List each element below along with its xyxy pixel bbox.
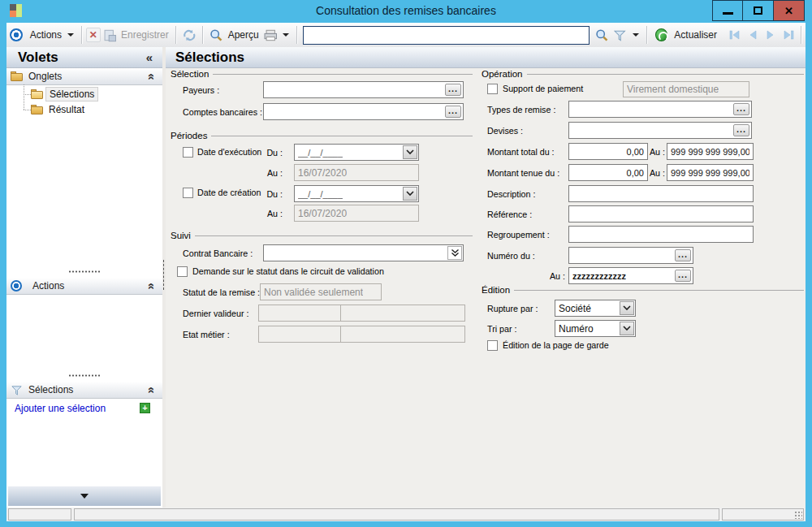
nav-prev-icon[interactable]	[747, 29, 758, 41]
preview-icon[interactable]	[209, 28, 223, 42]
status-cell-1	[8, 508, 71, 521]
section-actions[interactable]: Actions «	[6, 278, 162, 295]
types-remise-label: Types de remise :	[487, 101, 555, 118]
chevron-down-icon[interactable]	[620, 322, 634, 335]
section-selections[interactable]: Sélections «	[6, 382, 162, 399]
regroupement-input[interactable]	[568, 226, 754, 243]
demande-statut-label: Demande sur le statut dans le circuit de…	[192, 266, 384, 277]
chevron-down-icon[interactable]	[403, 145, 417, 159]
collapse-onglets-icon[interactable]: «	[145, 73, 158, 80]
group-operation: Opération	[482, 68, 804, 80]
chevron-down-icon	[80, 494, 89, 499]
du-crea-label: Du :	[260, 185, 283, 202]
splitter-handle[interactable]	[68, 270, 101, 273]
date-execution-checkbox[interactable]	[183, 147, 193, 158]
payeurs-input[interactable]	[263, 81, 464, 98]
tree-item-resultat[interactable]: Résultat	[31, 102, 88, 117]
minimize-button[interactable]	[712, 0, 743, 21]
page-garde-label: Édition de la page de garde	[503, 340, 609, 351]
splitter-drag-indicator	[163, 260, 164, 290]
collapse-sidebar-icon[interactable]: «	[146, 50, 153, 64]
numero-label: Numéro du :	[487, 247, 535, 264]
filter-caret-icon[interactable]	[633, 33, 639, 37]
montant-tenue-max-input[interactable]: 999 999 999 999,00	[667, 164, 754, 181]
description-input[interactable]	[568, 185, 754, 202]
date-creation-checkbox[interactable]	[183, 188, 193, 198]
valideur-input-2	[340, 305, 465, 322]
nav-last-icon[interactable]	[783, 29, 794, 41]
collapse-selections-icon[interactable]: «	[145, 387, 158, 393]
devises-input[interactable]	[568, 122, 752, 139]
preview-button[interactable]: Aperçu	[226, 29, 261, 41]
refresh-green-icon[interactable]	[655, 28, 668, 41]
add-selection-link[interactable]: Ajouter une sélection	[15, 403, 106, 414]
montant-total-au-label: Au :	[649, 143, 665, 160]
numero-au-input[interactable]: zzzzzzzzzzzz	[568, 267, 693, 284]
actions-caret-icon	[67, 33, 74, 37]
contrat-combo[interactable]	[263, 244, 464, 261]
close-button[interactable]: ✕	[774, 0, 805, 21]
comptes-browse-button[interactable]	[445, 106, 461, 118]
group-periodes: Périodes	[171, 130, 473, 141]
filter-section-icon	[11, 384, 23, 396]
statut-label: Statut de la remise :	[183, 283, 260, 300]
nav-next-icon[interactable]	[765, 29, 776, 41]
numero-au-browse-button[interactable]	[675, 270, 691, 282]
du-creation-combo[interactable]: __/__/____	[294, 185, 419, 202]
section-actions-label: Actions	[32, 280, 64, 292]
reference-input[interactable]	[568, 205, 754, 222]
filter-icon[interactable]	[613, 28, 627, 42]
tree-item-selections[interactable]: Sélections	[31, 87, 98, 102]
du-execution-combo[interactable]: __/__/____	[294, 144, 419, 161]
reference-label: Référence :	[487, 205, 532, 222]
toolbar: Actions ✕ Enregistrer Aperçu Actualiser	[6, 23, 806, 47]
add-selection-icon[interactable]: +	[140, 403, 150, 413]
tri-combo[interactable]: Numéro	[555, 320, 636, 337]
numero-du-browse-button[interactable]	[675, 249, 691, 261]
sidebar-collapse-bar[interactable]	[8, 486, 161, 506]
montant-tenue-min-input[interactable]: 0,00	[568, 164, 648, 181]
resize-grip[interactable]	[794, 511, 802, 519]
rupture-combo[interactable]: Société	[555, 300, 636, 317]
payeurs-browse-button[interactable]	[445, 84, 461, 96]
montant-tenue-au-label: Au :	[649, 164, 665, 181]
page-title: Sélections	[166, 50, 244, 66]
types-browse-button[interactable]	[733, 103, 749, 115]
au-execution-input: 16/07/2020	[294, 164, 419, 181]
actions-icon[interactable]	[10, 28, 23, 41]
etat-input-1	[258, 326, 341, 343]
save-icon	[103, 28, 117, 42]
nav-first-icon[interactable]	[729, 29, 741, 41]
montant-total-min-input[interactable]: 0,00	[568, 143, 648, 160]
splitter-handle[interactable]	[68, 374, 101, 377]
open-folder-icon	[31, 89, 43, 99]
save-button[interactable]: Enregistrer	[119, 29, 171, 41]
numero-du-input[interactable]	[568, 247, 693, 264]
comptes-input[interactable]	[263, 103, 464, 120]
sidebar-title: Volets	[6, 50, 58, 66]
date-creation-label: Date de création	[197, 188, 261, 198]
support-paiement-checkbox[interactable]	[487, 84, 498, 94]
devises-browse-button[interactable]	[733, 124, 749, 136]
double-chevron-down-icon[interactable]	[447, 246, 462, 260]
maximize-button[interactable]	[743, 0, 774, 21]
collapse-actions-icon[interactable]: «	[145, 283, 158, 289]
selections-form: Sélection Payeurs : Comptes bancaires : …	[166, 68, 806, 508]
section-onglets[interactable]: Onglets «	[6, 68, 162, 85]
types-remise-input[interactable]	[568, 101, 752, 118]
print-icon[interactable]	[264, 28, 278, 42]
chevron-down-icon[interactable]	[620, 301, 634, 315]
page-garde-checkbox[interactable]	[487, 340, 498, 351]
refresh-icon[interactable]	[183, 28, 197, 42]
demande-statut-checkbox[interactable]	[177, 266, 188, 277]
search-icon[interactable]	[595, 28, 609, 42]
search-input[interactable]	[303, 26, 590, 45]
actions-menu[interactable]: Actions	[28, 29, 64, 41]
refresh-button[interactable]: Actualiser	[672, 29, 719, 41]
print-caret-icon[interactable]	[283, 33, 289, 37]
chevron-down-icon[interactable]	[403, 187, 417, 201]
delete-icon[interactable]: ✕	[86, 28, 101, 42]
section-selections-label: Sélections	[28, 384, 73, 395]
etat-label: Etat métier :	[183, 326, 230, 343]
montant-total-max-input[interactable]: 999 999 999 999,00	[667, 143, 754, 160]
